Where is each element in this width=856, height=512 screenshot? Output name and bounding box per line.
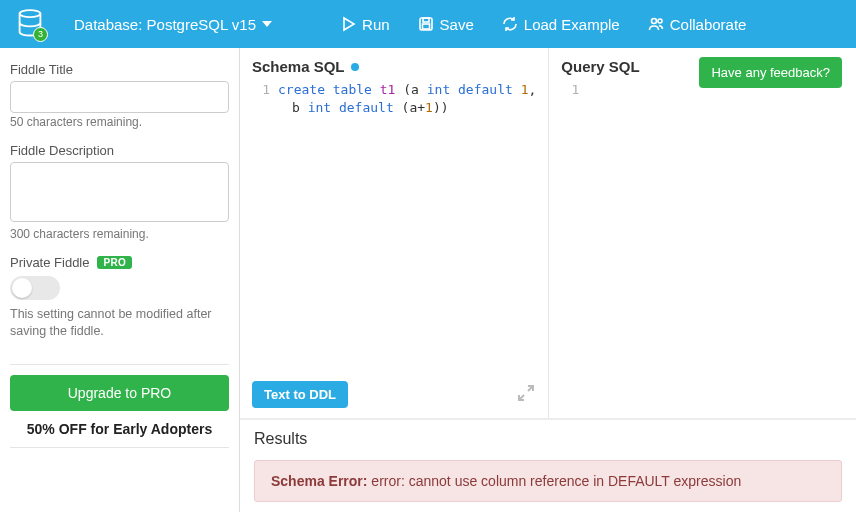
code-token: default bbox=[339, 100, 394, 115]
dirty-indicator-icon bbox=[351, 63, 359, 71]
line-number: 1 bbox=[252, 81, 270, 99]
code-token: int bbox=[308, 100, 331, 115]
expand-icon[interactable] bbox=[516, 383, 536, 406]
svg-point-0 bbox=[20, 10, 41, 17]
database-selector[interactable]: Database: PostgreSQL v15 bbox=[74, 16, 272, 33]
svg-point-6 bbox=[658, 19, 662, 23]
results-title: Results bbox=[254, 430, 842, 448]
divider bbox=[10, 364, 229, 365]
svg-rect-4 bbox=[422, 24, 429, 29]
divider bbox=[10, 447, 229, 448]
sidebar: Fiddle Title 50 characters remaining. Fi… bbox=[0, 48, 240, 512]
code-token: default bbox=[458, 82, 513, 97]
editors-row: Schema SQL 1create table t1 (a int defau… bbox=[240, 48, 856, 420]
code-token: 1 bbox=[521, 82, 529, 97]
title-input[interactable] bbox=[10, 81, 229, 113]
code-token: + bbox=[417, 100, 425, 115]
promo-text: 50% OFF for Early Adopters bbox=[10, 421, 229, 437]
code-token: int bbox=[427, 82, 450, 97]
error-message: error: cannot use column reference in DE… bbox=[367, 473, 741, 489]
query-editor[interactable]: 1 bbox=[561, 81, 844, 418]
svg-marker-1 bbox=[344, 18, 354, 30]
chevron-down-icon bbox=[262, 21, 272, 27]
save-button[interactable]: Save bbox=[418, 16, 474, 33]
app-header: 3 Database: PostgreSQL v15 Run Save Load… bbox=[0, 0, 856, 48]
title-label: Fiddle Title bbox=[10, 62, 229, 77]
collaborate-label: Collaborate bbox=[670, 16, 747, 33]
feedback-button[interactable]: Have any feedback? bbox=[699, 57, 842, 88]
code-token: 1 bbox=[425, 100, 433, 115]
private-note: This setting cannot be modified after sa… bbox=[10, 306, 229, 340]
header-actions: Run Save Load Example Collaborate bbox=[340, 16, 746, 33]
title-hint: 50 characters remaining. bbox=[10, 115, 229, 129]
code-token: ) bbox=[433, 100, 441, 115]
desc-hint: 300 characters remaining. bbox=[10, 227, 229, 241]
error-label: Schema Error: bbox=[271, 473, 367, 489]
code-token: a bbox=[411, 82, 419, 97]
logo-badge: 3 bbox=[33, 27, 48, 42]
code-token: ( bbox=[403, 82, 411, 97]
private-label: Private Fiddle bbox=[10, 255, 89, 270]
run-label: Run bbox=[362, 16, 390, 33]
people-icon bbox=[648, 16, 664, 32]
schema-title: Schema SQL bbox=[252, 58, 345, 75]
load-example-button[interactable]: Load Example bbox=[502, 16, 620, 33]
desc-label: Fiddle Description bbox=[10, 143, 229, 158]
refresh-icon bbox=[502, 16, 518, 32]
code-token: ) bbox=[441, 100, 449, 115]
app-logo[interactable]: 3 bbox=[12, 6, 48, 42]
load-example-label: Load Example bbox=[524, 16, 620, 33]
text-to-ddl-button[interactable]: Text to DDL bbox=[252, 381, 348, 408]
database-label: Database: PostgreSQL v15 bbox=[74, 16, 256, 33]
desc-input[interactable] bbox=[10, 162, 229, 222]
private-toggle[interactable] bbox=[10, 276, 60, 300]
error-box: Schema Error: error: cannot use column r… bbox=[254, 460, 842, 502]
code-token: t1 bbox=[380, 82, 396, 97]
code-token: create bbox=[278, 82, 325, 97]
toggle-knob bbox=[12, 278, 32, 298]
code-token: table bbox=[333, 82, 372, 97]
save-icon bbox=[418, 16, 434, 32]
code-token: , bbox=[529, 82, 537, 97]
line-number: 1 bbox=[561, 81, 579, 99]
run-button[interactable]: Run bbox=[340, 16, 390, 33]
play-icon bbox=[340, 16, 356, 32]
collaborate-button[interactable]: Collaborate bbox=[648, 16, 747, 33]
query-pane: Query SQL 1 bbox=[549, 48, 856, 418]
svg-point-5 bbox=[651, 19, 656, 24]
content-area: Have any feedback? Schema SQL 1create ta… bbox=[240, 48, 856, 512]
code-token: b bbox=[292, 100, 300, 115]
results-pane: Results Schema Error: error: cannot use … bbox=[240, 420, 856, 512]
upgrade-button[interactable]: Upgrade to PRO bbox=[10, 375, 229, 411]
svg-rect-3 bbox=[423, 18, 429, 22]
save-label: Save bbox=[440, 16, 474, 33]
query-title: Query SQL bbox=[561, 58, 639, 75]
schema-editor[interactable]: 1create table t1 (a int default 1, b int… bbox=[252, 81, 536, 373]
pro-badge: PRO bbox=[97, 256, 132, 269]
schema-pane: Schema SQL 1create table t1 (a int defau… bbox=[240, 48, 549, 418]
